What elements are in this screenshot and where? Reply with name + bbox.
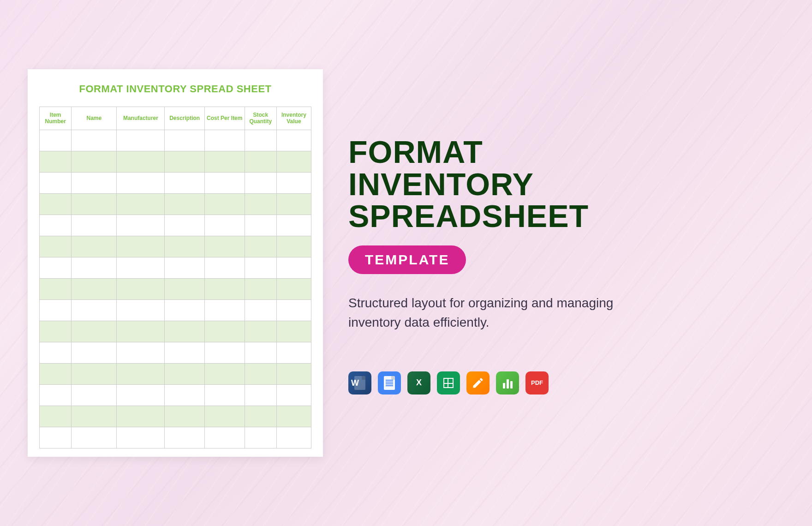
table-cell bbox=[165, 342, 205, 363]
table-row bbox=[40, 151, 311, 172]
table-cell bbox=[245, 342, 276, 363]
table-cell bbox=[165, 172, 205, 193]
table-cell bbox=[72, 321, 117, 342]
table-cell bbox=[72, 299, 117, 321]
table-cell bbox=[165, 321, 205, 342]
title-line-3: SPREADSHEET bbox=[348, 198, 589, 233]
table-cell bbox=[40, 427, 72, 448]
sheets-grid-icon bbox=[443, 378, 454, 388]
table-cell bbox=[276, 172, 311, 193]
table-cell bbox=[204, 321, 245, 342]
table-cell bbox=[204, 427, 245, 448]
table-cell bbox=[276, 363, 311, 384]
table-cell bbox=[165, 151, 205, 172]
col-stock-quantity: Stock Quantity bbox=[245, 107, 276, 130]
table-cell bbox=[72, 236, 117, 257]
table-cell bbox=[204, 363, 245, 384]
col-description: Description bbox=[165, 107, 205, 130]
table-cell bbox=[204, 193, 245, 215]
table-cell bbox=[165, 236, 205, 257]
table-cell bbox=[72, 151, 117, 172]
table-row bbox=[40, 215, 311, 236]
table-cell bbox=[40, 321, 72, 342]
table-cell bbox=[72, 278, 117, 299]
table-cell bbox=[276, 257, 311, 278]
page-container: FORMAT INVENTORY SPREAD SHEET Item Numbe… bbox=[0, 0, 812, 526]
table-cell bbox=[165, 130, 205, 151]
table-cell bbox=[245, 151, 276, 172]
table-cell bbox=[72, 193, 117, 215]
table-cell bbox=[117, 427, 165, 448]
spreadsheet-preview-card: FORMAT INVENTORY SPREAD SHEET Item Numbe… bbox=[28, 69, 323, 457]
table-row bbox=[40, 342, 311, 363]
table-row bbox=[40, 321, 311, 342]
table-cell bbox=[40, 215, 72, 236]
table-cell bbox=[276, 130, 311, 151]
excel-letter: X bbox=[416, 378, 422, 388]
table-cell bbox=[276, 342, 311, 363]
table-cell bbox=[72, 215, 117, 236]
docs-shape-icon bbox=[384, 376, 395, 390]
table-row bbox=[40, 299, 311, 321]
table-cell bbox=[276, 406, 311, 427]
table-cell bbox=[117, 236, 165, 257]
pdf-letter: PDF bbox=[531, 379, 543, 386]
table-cell bbox=[245, 321, 276, 342]
table-cell bbox=[72, 257, 117, 278]
spreadsheet-table: Item Number Name Manufacturer Descriptio… bbox=[39, 107, 311, 448]
format-excel-icon[interactable]: X bbox=[407, 371, 430, 394]
format-google-docs-icon[interactable] bbox=[378, 371, 401, 394]
table-cell bbox=[245, 427, 276, 448]
table-cell bbox=[204, 299, 245, 321]
template-badge: TEMPLATE bbox=[348, 245, 466, 274]
table-cell bbox=[204, 151, 245, 172]
format-pages-icon[interactable] bbox=[466, 371, 490, 394]
table-cell bbox=[117, 342, 165, 363]
format-numbers-icon[interactable] bbox=[496, 371, 519, 394]
table-cell bbox=[276, 384, 311, 406]
col-cost-per-item: Cost Per Item bbox=[204, 107, 245, 130]
table-cell bbox=[245, 172, 276, 193]
table-cell bbox=[40, 257, 72, 278]
table-cell bbox=[276, 278, 311, 299]
table-cell bbox=[245, 193, 276, 215]
table-cell bbox=[40, 342, 72, 363]
table-cell bbox=[276, 215, 311, 236]
table-cell bbox=[165, 427, 205, 448]
table-cell bbox=[117, 172, 165, 193]
table-cell bbox=[40, 130, 72, 151]
main-title: FORMAT INVENTORY SPREADSHEET bbox=[348, 136, 784, 232]
table-cell bbox=[72, 363, 117, 384]
table-cell bbox=[165, 299, 205, 321]
table-cell bbox=[165, 384, 205, 406]
format-pdf-icon[interactable]: PDF bbox=[525, 371, 549, 394]
table-cell bbox=[245, 363, 276, 384]
table-cell bbox=[117, 384, 165, 406]
table-row bbox=[40, 406, 311, 427]
format-word-icon[interactable]: W bbox=[348, 371, 371, 394]
table-cell bbox=[117, 278, 165, 299]
table-cell bbox=[165, 193, 205, 215]
pen-icon bbox=[472, 377, 484, 389]
format-google-sheets-icon[interactable] bbox=[437, 371, 460, 394]
table-cell bbox=[245, 130, 276, 151]
table-cell bbox=[165, 257, 205, 278]
table-cell bbox=[117, 406, 165, 427]
word-letter: W bbox=[351, 378, 359, 388]
table-cell bbox=[117, 193, 165, 215]
table-cell bbox=[72, 130, 117, 151]
table-cell bbox=[276, 151, 311, 172]
bar-chart-icon bbox=[503, 377, 513, 389]
table-cell bbox=[40, 236, 72, 257]
table-row bbox=[40, 172, 311, 193]
table-cell bbox=[204, 236, 245, 257]
table-cell bbox=[40, 406, 72, 427]
table-cell bbox=[204, 342, 245, 363]
table-cell bbox=[276, 236, 311, 257]
table-cell bbox=[204, 257, 245, 278]
col-inventory-value: Inventory Value bbox=[276, 107, 311, 130]
table-cell bbox=[72, 342, 117, 363]
table-cell bbox=[117, 257, 165, 278]
table-cell bbox=[276, 321, 311, 342]
table-cell bbox=[117, 130, 165, 151]
